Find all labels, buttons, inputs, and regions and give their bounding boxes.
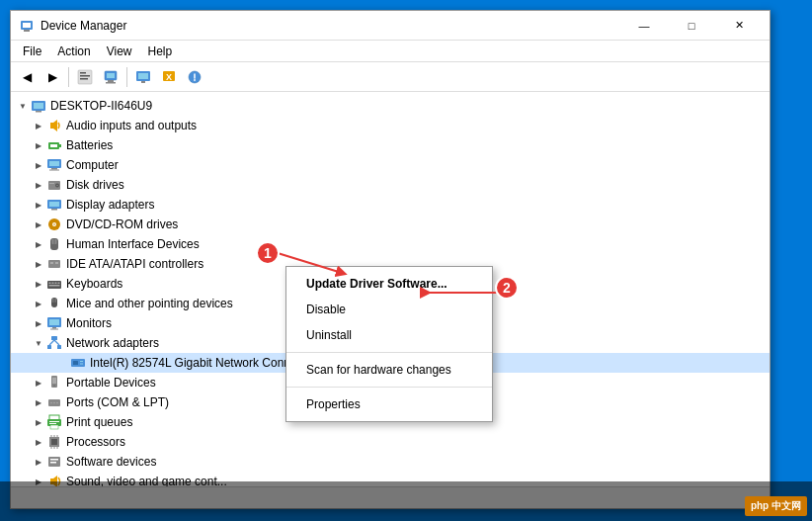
svg-rect-43 xyxy=(55,262,58,264)
toolbar-separator-1 xyxy=(68,67,69,87)
tree-batteries[interactable]: ▶ Batteries xyxy=(11,135,770,155)
audio-toggle[interactable]: ▶ xyxy=(31,118,46,133)
ports-label: Ports (COM & LPT) xyxy=(66,395,169,409)
tree-hid[interactable]: ▶ Human Interface Devices xyxy=(11,234,770,254)
svg-rect-12 xyxy=(138,73,148,79)
svg-rect-41 xyxy=(48,260,60,268)
scan-button[interactable] xyxy=(183,65,206,89)
ctx-separator-1 xyxy=(286,352,492,353)
root-icon xyxy=(31,98,46,114)
processors-toggle[interactable]: ▶ xyxy=(31,434,46,450)
svg-rect-75 xyxy=(49,421,59,422)
ctx-uninstall[interactable]: Uninstall xyxy=(286,322,492,348)
taskbar xyxy=(0,481,812,521)
svg-rect-22 xyxy=(59,144,61,147)
svg-rect-4 xyxy=(80,72,86,74)
svg-point-37 xyxy=(53,223,55,225)
network-toggle[interactable]: ▼ xyxy=(31,335,46,351)
computer-label: Computer xyxy=(66,158,119,172)
close-button[interactable]: ✕ xyxy=(716,11,762,41)
tree-processors[interactable]: ▶ Processors xyxy=(11,432,770,452)
menu-file[interactable]: File xyxy=(15,43,49,60)
maximize-button[interactable]: □ xyxy=(669,11,714,41)
svg-rect-19 xyxy=(36,111,41,113)
minimize-button[interactable]: — xyxy=(621,11,667,41)
hid-icon xyxy=(46,236,62,252)
tree-computer[interactable]: ▶ Computer xyxy=(11,155,770,175)
forward-button[interactable]: ▶ xyxy=(41,65,64,89)
toolbar: ◀ ▶ xyxy=(11,62,770,92)
hid-label: Human Interface Devices xyxy=(66,237,200,251)
disk-toggle[interactable]: ▶ xyxy=(31,177,46,193)
svg-point-71 xyxy=(53,402,55,404)
svg-rect-23 xyxy=(50,144,57,147)
svg-rect-55 xyxy=(52,327,56,329)
processors-icon xyxy=(46,434,62,450)
audio-label: Audio inputs and outputs xyxy=(66,119,197,132)
network-icon xyxy=(46,335,62,351)
monitors-toggle[interactable]: ▶ xyxy=(31,315,46,331)
svg-rect-27 xyxy=(49,170,59,171)
tree-dvd[interactable]: ▶ DVD/CD-ROM drives xyxy=(11,215,770,234)
badge-1: 1 xyxy=(256,241,280,265)
uninstall-button[interactable]: X xyxy=(157,65,181,89)
portable-icon xyxy=(46,375,62,391)
tree-audio[interactable]: ▶ Audio inputs and outputs xyxy=(11,116,770,135)
svg-rect-45 xyxy=(49,283,51,285)
batteries-toggle[interactable]: ▶ xyxy=(31,137,46,153)
svg-rect-59 xyxy=(57,345,61,349)
titlebar-controls: — □ ✕ xyxy=(621,11,762,41)
batteries-label: Batteries xyxy=(66,138,113,152)
keyboards-toggle[interactable]: ▶ xyxy=(31,276,46,292)
show-hidden-button[interactable] xyxy=(131,65,155,89)
svg-rect-52 xyxy=(54,299,55,303)
tree-display[interactable]: ▶ Display adapters xyxy=(11,195,770,215)
hid-toggle[interactable]: ▶ xyxy=(31,236,46,252)
ide-icon xyxy=(46,256,62,272)
ports-toggle[interactable]: ▶ xyxy=(31,394,46,410)
tree-disk[interactable]: ▶ Disk drives xyxy=(11,175,770,195)
tree-software[interactable]: ▶ Software devices xyxy=(11,452,770,472)
software-icon xyxy=(46,454,62,470)
properties-button[interactable] xyxy=(73,65,97,89)
back-button[interactable]: ◀ xyxy=(15,65,39,89)
dvd-toggle[interactable]: ▶ xyxy=(31,217,46,232)
tree-root[interactable]: ▼ DESKTOP-II646U9 xyxy=(11,96,770,116)
display-toggle[interactable]: ▶ xyxy=(31,197,46,213)
portable-toggle[interactable]: ▶ xyxy=(31,375,46,391)
menu-action[interactable]: Action xyxy=(49,43,98,60)
svg-rect-31 xyxy=(49,183,54,184)
toolbar-separator-2 xyxy=(126,67,127,87)
svg-marker-20 xyxy=(50,120,57,131)
ctx-update-driver[interactable]: Update Driver Software... xyxy=(286,271,492,297)
svg-rect-46 xyxy=(52,283,54,285)
svg-rect-87 xyxy=(50,459,58,461)
svg-rect-2 xyxy=(23,23,31,28)
software-toggle[interactable]: ▶ xyxy=(31,454,46,470)
svg-rect-34 xyxy=(51,209,57,211)
ctx-properties[interactable]: Properties xyxy=(286,391,492,417)
ports-icon xyxy=(46,394,62,410)
menu-help[interactable]: Help xyxy=(140,43,181,60)
svg-rect-18 xyxy=(34,103,43,109)
update-driver-toolbar-button[interactable] xyxy=(99,65,122,89)
mice-toggle[interactable]: ▶ xyxy=(31,296,46,311)
menubar: File Action View Help xyxy=(11,41,770,62)
ctx-scan[interactable]: Scan for hardware changes xyxy=(286,357,492,383)
ctx-disable[interactable]: Disable xyxy=(286,297,492,322)
root-toggle[interactable]: ▼ xyxy=(15,98,31,114)
svg-rect-1 xyxy=(24,30,30,32)
root-label: DESKTOP-II646U9 xyxy=(50,99,152,113)
dvd-label: DVD/CD-ROM drives xyxy=(66,217,178,231)
display-label: Display adapters xyxy=(66,198,154,212)
titlebar: Device Manager — □ ✕ xyxy=(11,11,770,41)
computer-toggle[interactable]: ▶ xyxy=(31,157,46,173)
svg-rect-77 xyxy=(50,425,58,429)
audio-icon xyxy=(46,118,62,133)
print-toggle[interactable]: ▶ xyxy=(31,414,46,430)
svg-point-72 xyxy=(56,402,58,404)
badge-2: 2 xyxy=(495,276,519,300)
menu-view[interactable]: View xyxy=(99,43,140,60)
ide-toggle[interactable]: ▶ xyxy=(31,256,46,272)
context-menu: Update Driver Software... Disable Uninst… xyxy=(285,266,493,422)
